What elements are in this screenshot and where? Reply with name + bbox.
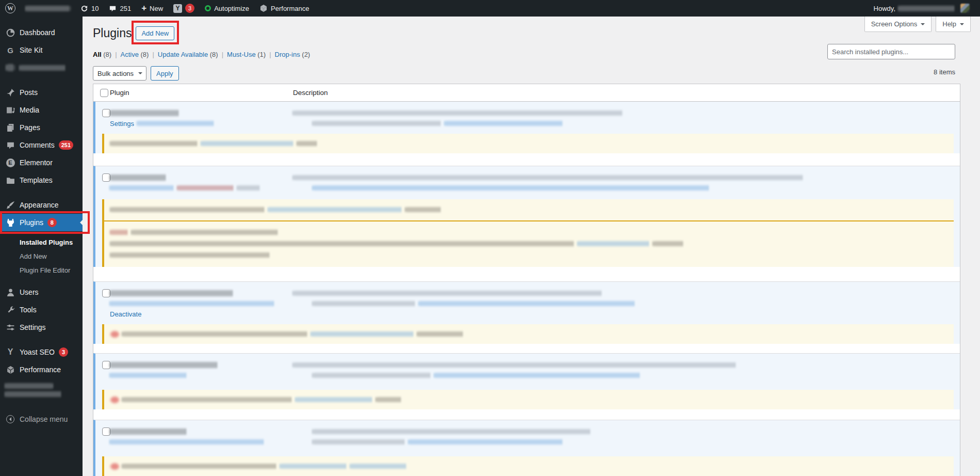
- row-checkbox[interactable]: [102, 109, 110, 117]
- filter-active[interactable]: Active (8): [121, 51, 149, 58]
- autoptimize-label: Autoptimize: [214, 5, 249, 12]
- bulk-actions-select[interactable]: Bulk actions: [93, 66, 146, 81]
- performance-icon: [5, 364, 15, 375]
- site-name-link[interactable]: [21, 0, 75, 17]
- sidebar-item-pages[interactable]: Pages: [0, 119, 83, 136]
- settings-link[interactable]: Settings: [110, 120, 134, 128]
- sidebar-item-comments[interactable]: Comments251: [0, 136, 83, 154]
- performance-menu[interactable]: Performance: [254, 0, 314, 17]
- filter-separator: |: [115, 51, 117, 58]
- blurred-text: [445, 121, 563, 126]
- screen-options-button[interactable]: Screen Options: [864, 17, 932, 32]
- my-account-menu[interactable]: Howdy,: [869, 0, 975, 17]
- blurred-text: [419, 301, 635, 306]
- blurred-text: [110, 185, 174, 191]
- yoast-notification-badge: 3: [185, 4, 194, 13]
- sidebar-item-plugins[interactable]: Plugins8: [0, 214, 83, 231]
- sidebar-item-redacted[interactable]: [0, 59, 83, 76]
- sidebar-item-tools[interactable]: Tools: [0, 301, 83, 319]
- column-header-description: Description: [293, 89, 960, 97]
- sidebar-item-label: Site Kit: [20, 46, 42, 54]
- sidebar-item-media[interactable]: Media: [0, 101, 83, 119]
- sidebar-item-settings[interactable]: Settings: [0, 319, 83, 336]
- elementor-icon: E: [5, 157, 15, 168]
- sidebar-item-collapse-menu[interactable]: Collapse menu: [0, 410, 83, 428]
- filter-all[interactable]: All (8): [93, 51, 111, 58]
- tools-icon: [5, 305, 15, 315]
- page-title: Plugins: [93, 26, 132, 41]
- deactivate-link[interactable]: Deactivate: [110, 310, 141, 318]
- sidebar-item-label: Collapse menu: [20, 415, 68, 423]
- text-line: [110, 249, 948, 261]
- blurred-text: [293, 291, 602, 296]
- blurred-text: [110, 301, 275, 306]
- sidebar-item-label: Templates: [20, 176, 53, 184]
- plugin-cell: [110, 172, 293, 193]
- updates-count: 10: [91, 5, 99, 12]
- sidebar-item-redacted[interactable]: [0, 378, 83, 401]
- yoast-menu[interactable]: Y 3: [168, 0, 200, 17]
- posts-icon: [5, 87, 15, 98]
- comments-link[interactable]: 251: [104, 0, 136, 17]
- new-content-button[interactable]: + New: [136, 0, 168, 17]
- filter-update-available[interactable]: Update Available (8): [158, 51, 218, 58]
- blurred-text: [376, 397, 402, 402]
- screen-options-label: Screen Options: [871, 20, 918, 28]
- autoptimize-menu[interactable]: Autoptimize: [200, 0, 254, 17]
- submenu-item-add-new[interactable]: Add New: [0, 249, 83, 263]
- sidebar-item-yoast-seo[interactable]: YYoast SEO3: [0, 343, 83, 361]
- menu-separator: [0, 76, 83, 84]
- wordpress-menu[interactable]: W: [0, 0, 21, 17]
- blurred-text: [297, 141, 318, 146]
- sidebar-item-performance[interactable]: Performance: [0, 361, 83, 378]
- blurred-text: [417, 331, 464, 337]
- submenu-item-installed-plugins[interactable]: Installed Plugins: [0, 235, 83, 249]
- text-line: [110, 204, 948, 215]
- sidebar-item-elementor[interactable]: EElementor: [0, 154, 83, 171]
- filter-must-use[interactable]: Must-Use (1): [227, 51, 266, 58]
- submenu-item-plugin-file-editor[interactable]: Plugin File Editor: [0, 263, 83, 277]
- sidebar-item-site-kit[interactable]: GSite Kit: [0, 41, 83, 59]
- text-line: [313, 426, 948, 437]
- search-input[interactable]: [827, 44, 955, 59]
- blurred-text: [110, 290, 234, 296]
- blurred-text: [311, 331, 414, 337]
- row-checkbox[interactable]: [102, 427, 110, 436]
- text-line: [110, 437, 293, 447]
- warning-icon: [110, 331, 119, 338]
- templates-icon: [5, 175, 15, 185]
- text-line: [110, 238, 948, 249]
- row-checkbox[interactable]: [102, 173, 110, 182]
- sidebar-item-posts[interactable]: Posts: [0, 84, 83, 101]
- blurred-text: [313, 301, 416, 306]
- sidebar-item-label: Pages: [20, 123, 40, 132]
- comment-bubble-icon: [109, 5, 117, 12]
- plugins-submenu: Installed PluginsAdd NewPlugin File Edit…: [0, 231, 83, 283]
- select-all-checkbox[interactable]: [100, 89, 108, 97]
- help-button[interactable]: Help: [936, 17, 971, 32]
- sidebar-item-label: Plugins: [20, 218, 43, 227]
- plugin-cell: [110, 426, 293, 447]
- blurred-text: [409, 439, 563, 445]
- new-label: New: [150, 5, 163, 12]
- sidebar-item-users[interactable]: Users: [0, 283, 83, 301]
- plugin-row: [93, 420, 960, 476]
- text-line: [293, 360, 948, 370]
- plugin-update-notice: [102, 134, 954, 153]
- filter-drop-ins[interactable]: Drop-ins (2): [275, 51, 311, 58]
- text-line: [110, 227, 948, 238]
- row-checkbox[interactable]: [102, 361, 110, 369]
- text-line: Deactivate: [110, 309, 293, 319]
- sidebar-item-appearance[interactable]: Appearance: [0, 196, 83, 214]
- add-new-button[interactable]: Add New: [136, 26, 174, 40]
- sidebar-item-dashboard[interactable]: Dashboard: [0, 24, 83, 41]
- row-checkbox[interactable]: [102, 289, 110, 297]
- sidebar-item-label: Performance: [20, 366, 61, 374]
- sidebar-item-templates[interactable]: Templates: [0, 171, 83, 189]
- notice-divider: [104, 220, 954, 221]
- updates-link[interactable]: 10: [75, 0, 104, 17]
- blurred-text: [293, 362, 737, 368]
- blurred-text: [110, 362, 218, 368]
- apply-button[interactable]: Apply: [151, 66, 179, 81]
- appearance-icon: [5, 200, 15, 210]
